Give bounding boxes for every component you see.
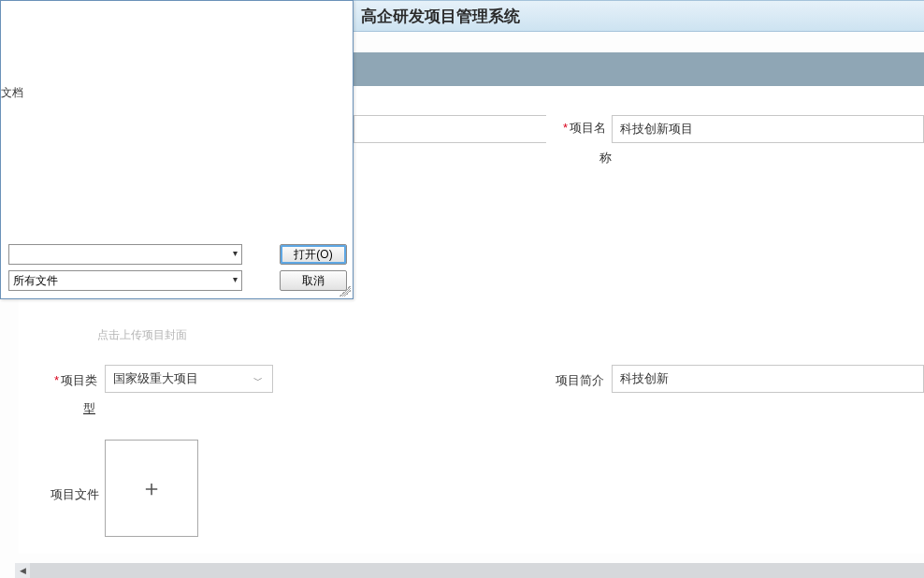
- filename-combo[interactable]: ▾: [8, 244, 242, 265]
- filename-row: ▾ 打开(O): [8, 244, 347, 267]
- bottom-scrollbar[interactable]: ◀: [15, 563, 924, 578]
- required-marker: *: [563, 121, 568, 135]
- project-name-label-2: 称: [574, 150, 612, 166]
- chevron-down-icon: ▾: [233, 248, 238, 258]
- chevron-down-icon: ▾: [233, 274, 238, 284]
- project-type-select[interactable]: 国家级重大项目 ﹀: [105, 365, 273, 393]
- resize-handle-icon[interactable]: [339, 285, 351, 296]
- filter-row: 所有文件 ▾ 取消: [8, 270, 347, 293]
- open-button[interactable]: 打开(O): [280, 244, 347, 265]
- scroll-left-icon[interactable]: ◀: [15, 563, 30, 578]
- project-name-input[interactable]: 科技创新项目: [612, 115, 924, 143]
- chevron-down-icon: ﹀: [253, 374, 263, 387]
- project-type-label-2: 型: [77, 400, 95, 417]
- upload-file-box[interactable]: ＋: [105, 440, 198, 537]
- project-type-value: 国家级重大项目: [113, 370, 198, 387]
- file-open-dialog: 文档 ▾ 打开(O) 所有文件 ▾ 取消: [0, 0, 354, 299]
- plus-icon: ＋: [140, 473, 163, 503]
- app-title-bar: 高企研发项目管理系统: [354, 0, 924, 32]
- filter-value: 所有文件: [13, 273, 58, 289]
- project-name-value: 科技创新项目: [620, 121, 693, 137]
- project-intro-label: 项目简介: [548, 372, 604, 389]
- form-area: [354, 86, 924, 554]
- project-intro-value: 科技创新: [620, 370, 669, 387]
- cancel-button[interactable]: 取消: [280, 270, 347, 291]
- project-intro-input[interactable]: 科技创新: [612, 365, 924, 393]
- toolbar-strip: [354, 52, 924, 86]
- project-file-label: 项目文件: [43, 486, 99, 503]
- upload-cover-hint: 点击上传项目封面: [97, 327, 187, 343]
- sidebar-item-documents[interactable]: 文档: [1, 85, 23, 101]
- partial-left-input[interactable]: [354, 115, 546, 143]
- app-title: 高企研发项目管理系统: [361, 6, 520, 27]
- required-marker: *: [54, 373, 59, 387]
- filter-combo[interactable]: 所有文件 ▾: [8, 270, 242, 291]
- project-type-label: *项目类: [45, 372, 97, 389]
- project-name-label: *项目名: [554, 120, 606, 137]
